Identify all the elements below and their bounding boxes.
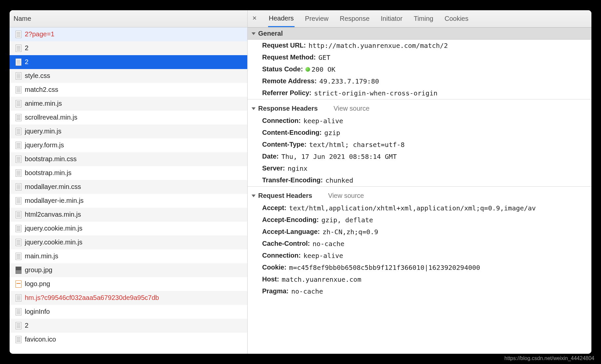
headers-panel: GeneralRequest URL:http://match.yuanrenx…: [248, 27, 591, 354]
header-row: Referrer Policy:strict-origin-when-cross…: [248, 87, 591, 99]
header-key: Connection:: [262, 252, 301, 260]
section-header[interactable]: General: [248, 27, 591, 40]
tab-initiator[interactable]: Initiator: [380, 11, 403, 26]
section-header[interactable]: Request HeadersView source: [248, 186, 591, 202]
request-row[interactable]: loginInfo: [10, 305, 247, 319]
request-name: 2: [25, 44, 28, 52]
file-icon: [16, 72, 21, 80]
header-value: zh-CN,zh;q=0.9: [322, 228, 378, 236]
request-row[interactable]: modallayer-ie.min.js: [10, 194, 247, 208]
request-row[interactable]: anime.min.js: [10, 97, 247, 111]
tab-cookies[interactable]: Cookies: [444, 11, 469, 26]
request-row[interactable]: 2: [10, 41, 247, 55]
request-row[interactable]: group.jpg: [10, 263, 247, 277]
disclosure-triangle-icon: [252, 195, 256, 197]
request-row[interactable]: jquery.cookie.min.js: [10, 222, 247, 236]
file-icon: [16, 114, 21, 121]
header-row: Pragma:no-cache: [248, 285, 591, 297]
request-name: group.jpg: [25, 266, 52, 274]
request-row[interactable]: main.min.js: [10, 249, 247, 263]
header-key: Connection:: [262, 117, 301, 125]
header-row: Remote Address:49.233.7.179:80: [248, 75, 591, 87]
request-list: 2?page=122style.cssmatch2.cssanime.min.j…: [10, 27, 247, 354]
view-source-link[interactable]: View source: [328, 192, 364, 200]
file-icon: [16, 294, 21, 302]
request-name: loginInfo: [25, 308, 50, 315]
detail-pane: × HeadersPreviewResponseInitiatorTimingC…: [248, 10, 591, 354]
request-row[interactable]: 2: [10, 319, 247, 333]
file-icon: [16, 322, 21, 329]
section-header[interactable]: Response HeadersView source: [248, 99, 591, 115]
file-icon: [16, 86, 21, 93]
request-row[interactable]: 2: [10, 55, 247, 69]
header-row: Cookie:m=c45f8ef9bb0b6508c5bb9f121f36601…: [248, 262, 591, 273]
file-icon: [16, 267, 21, 274]
file-icon: [16, 211, 21, 218]
request-name: html2canvas.min.js: [25, 211, 81, 218]
header-row: Date:Thu, 17 Jun 2021 08:58:14 GMT: [248, 151, 591, 163]
header-value: GET: [318, 54, 330, 61]
file-icon: [16, 239, 21, 246]
request-row[interactable]: bootstrap.min.js: [10, 166, 247, 180]
request-row[interactable]: style.css: [10, 69, 247, 83]
header-value: strict-origin-when-cross-origin: [314, 89, 437, 97]
header-row: Cache-Control:no-cache: [248, 238, 591, 250]
file-icon: [16, 100, 21, 107]
file-icon: [16, 128, 21, 135]
header-key: Remote Address:: [262, 77, 317, 85]
name-column-header[interactable]: Name: [10, 10, 247, 27]
close-icon[interactable]: ×: [251, 15, 258, 22]
request-row[interactable]: bootstrap.min.css: [10, 152, 247, 166]
request-row[interactable]: jquery.cookie.min.js: [10, 236, 247, 249]
file-icon: [16, 58, 21, 66]
file-icon: [16, 225, 21, 232]
request-row[interactable]: hm.js?c99546cf032aaa5a679230de9a95c7db: [10, 291, 247, 305]
request-row[interactable]: 2?page=1: [10, 27, 247, 41]
detail-tabs: × HeadersPreviewResponseInitiatorTimingC…: [248, 10, 591, 27]
request-row[interactable]: jquery.form.js: [10, 138, 247, 152]
header-row: Request URL:http://match.yuanrenxue.com/…: [248, 40, 591, 52]
header-row: Connection:keep-alive: [248, 250, 591, 262]
file-icon: [16, 253, 21, 260]
header-key: Request Method:: [262, 54, 316, 61]
tab-timing[interactable]: Timing: [413, 11, 434, 26]
request-name: jquery.cookie.min.js: [25, 238, 82, 246]
file-icon: [16, 45, 21, 52]
header-key: Host:: [262, 275, 279, 283]
request-row[interactable]: logo.png: [10, 277, 247, 291]
section-title: General: [258, 30, 283, 37]
file-icon: [16, 308, 21, 315]
request-name: favicon.ico: [25, 336, 56, 343]
header-key: Pragma:: [262, 287, 289, 295]
header-value: no-cache: [312, 240, 344, 248]
header-row: Accept-Language:zh-CN,zh;q=0.9: [248, 226, 591, 238]
header-key: Content-Encoding:: [262, 129, 322, 137]
header-row: Content-Encoding:gzip: [248, 127, 591, 139]
request-row[interactable]: match2.css: [10, 83, 247, 97]
watermark: https://blog.csdn.net/weixin_44424804: [504, 355, 594, 361]
request-row[interactable]: favicon.ico: [10, 333, 247, 346]
tab-response[interactable]: Response: [339, 11, 370, 26]
request-name: 2: [25, 322, 28, 329]
header-value: 49.233.7.179:80: [319, 77, 379, 85]
request-row[interactable]: scrollreveal.min.js: [10, 111, 247, 125]
view-source-link[interactable]: View source: [334, 105, 370, 112]
file-icon: [16, 280, 21, 288]
request-row[interactable]: modallayer.min.css: [10, 180, 247, 194]
header-key: Cache-Control:: [262, 240, 310, 248]
request-name: style.css: [25, 72, 50, 80]
header-row: Host:match.yuanrenxue.com: [248, 273, 591, 285]
tab-preview[interactable]: Preview: [304, 11, 329, 26]
request-name: scrollreveal.min.js: [25, 114, 77, 121]
header-key: Referrer Policy:: [262, 89, 311, 97]
header-value: text/html,application/xhtml+xml,applicat…: [289, 204, 536, 212]
request-row[interactable]: jquery.min.js: [10, 125, 247, 138]
file-icon: [16, 31, 21, 38]
tab-headers[interactable]: Headers: [268, 11, 295, 27]
file-icon: [16, 169, 21, 177]
header-value: gzip: [324, 129, 340, 137]
request-name: 2: [25, 58, 28, 66]
request-row[interactable]: html2canvas.min.js: [10, 208, 247, 222]
header-key: Accept:: [262, 204, 286, 212]
header-value: 200 OK: [305, 65, 335, 73]
